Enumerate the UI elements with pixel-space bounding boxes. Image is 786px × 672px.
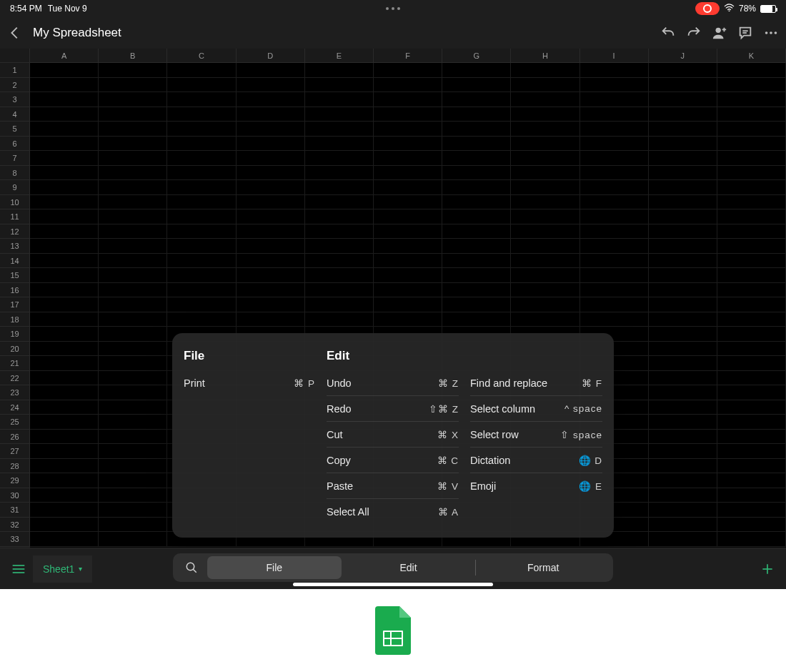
cell[interactable]	[717, 415, 786, 430]
cell[interactable]	[237, 312, 305, 327]
cell[interactable]	[580, 297, 649, 312]
cell[interactable]	[442, 92, 511, 107]
cell[interactable]	[580, 92, 649, 107]
cell[interactable]	[30, 151, 99, 166]
cell[interactable]	[30, 518, 99, 533]
row-header[interactable]: 23	[0, 385, 30, 400]
row-header[interactable]: 32	[0, 518, 30, 533]
col-header[interactable]: I	[580, 49, 649, 63]
cell[interactable]	[717, 92, 786, 107]
cell[interactable]	[442, 224, 511, 239]
row-header[interactable]: 26	[0, 430, 30, 445]
comment-icon[interactable]	[737, 25, 753, 41]
cell[interactable]	[649, 63, 717, 78]
cell[interactable]	[649, 122, 717, 137]
cell[interactable]	[99, 209, 167, 224]
cell[interactable]	[167, 239, 236, 254]
cell[interactable]	[305, 63, 374, 78]
row-header[interactable]: 15	[0, 268, 30, 283]
kb-shortcut-item[interactable]: Paste⌘ V	[327, 473, 459, 499]
cell[interactable]	[511, 195, 579, 210]
cell[interactable]	[30, 503, 99, 518]
cell[interactable]	[649, 415, 717, 430]
row-header[interactable]: 6	[0, 137, 30, 152]
cell[interactable]	[99, 518, 167, 533]
cell[interactable]	[30, 444, 99, 459]
cell[interactable]	[99, 283, 167, 298]
more-icon[interactable]	[763, 25, 779, 41]
row-header[interactable]: 4	[0, 107, 30, 122]
cell[interactable]	[649, 107, 717, 122]
screen-recording-indicator[interactable]	[695, 2, 720, 15]
cell[interactable]	[30, 297, 99, 312]
kb-shortcut-item[interactable]: Select row⇧ space	[470, 422, 602, 448]
col-header[interactable]: J	[649, 49, 717, 63]
sheet-tab[interactable]: Sheet1 ▾	[33, 555, 92, 583]
cell[interactable]	[99, 107, 167, 122]
cell[interactable]	[30, 254, 99, 269]
cell[interactable]	[649, 137, 717, 152]
cell[interactable]	[511, 137, 579, 152]
cell[interactable]	[649, 371, 717, 386]
cell[interactable]	[649, 224, 717, 239]
cell[interactable]	[717, 254, 786, 269]
kb-shortcut-item[interactable]: Select column^ space	[470, 396, 602, 422]
cell[interactable]	[580, 268, 649, 283]
cell[interactable]	[374, 254, 442, 269]
cell[interactable]	[30, 342, 99, 357]
cell[interactable]	[717, 371, 786, 386]
cell[interactable]	[99, 166, 167, 181]
cell[interactable]	[649, 195, 717, 210]
cell[interactable]	[237, 209, 305, 224]
multitask-dots[interactable]	[386, 7, 400, 10]
cell[interactable]	[99, 371, 167, 386]
cell[interactable]	[374, 239, 442, 254]
cell[interactable]	[717, 518, 786, 533]
cell[interactable]	[649, 283, 717, 298]
cell[interactable]	[649, 268, 717, 283]
cell[interactable]	[442, 180, 511, 195]
cell[interactable]	[167, 180, 236, 195]
cell[interactable]	[442, 195, 511, 210]
column-headers[interactable]: A B C D E F G H I J K	[0, 49, 786, 63]
cell[interactable]	[30, 488, 99, 503]
row-header[interactable]: 13	[0, 239, 30, 254]
cell[interactable]	[30, 459, 99, 474]
cell[interactable]	[99, 224, 167, 239]
cell[interactable]	[99, 78, 167, 93]
cell[interactable]	[649, 327, 717, 342]
cell[interactable]	[167, 268, 236, 283]
cell[interactable]	[305, 92, 374, 107]
cell[interactable]	[374, 224, 442, 239]
cell[interactable]	[717, 459, 786, 474]
add-sheet-button[interactable]	[753, 562, 782, 576]
cell[interactable]	[442, 297, 511, 312]
kb-shortcut-item[interactable]: Find and replace⌘ F	[470, 370, 602, 396]
cell[interactable]	[99, 63, 167, 78]
cell[interactable]	[442, 78, 511, 93]
cell[interactable]	[511, 122, 579, 137]
cell[interactable]	[30, 371, 99, 386]
row-header[interactable]: 3	[0, 92, 30, 107]
cell[interactable]	[305, 166, 374, 181]
home-indicator[interactable]	[293, 583, 493, 586]
cell[interactable]	[442, 137, 511, 152]
cell[interactable]	[511, 180, 579, 195]
cell[interactable]	[580, 224, 649, 239]
cell[interactable]	[717, 356, 786, 371]
cell[interactable]	[305, 239, 374, 254]
cell[interactable]	[374, 209, 442, 224]
cell[interactable]	[30, 356, 99, 371]
cell[interactable]	[649, 180, 717, 195]
row-header[interactable]: 14	[0, 254, 30, 269]
cell[interactable]	[305, 312, 374, 327]
cell[interactable]	[99, 385, 167, 400]
kb-shortcut-item[interactable]: Dictation🌐 D	[470, 448, 602, 473]
cell[interactable]	[717, 385, 786, 400]
cell[interactable]	[30, 92, 99, 107]
row-header[interactable]: 9	[0, 180, 30, 195]
cell[interactable]	[649, 166, 717, 181]
cell[interactable]	[511, 297, 579, 312]
cell[interactable]	[30, 385, 99, 400]
segment-file[interactable]: File	[207, 556, 342, 579]
